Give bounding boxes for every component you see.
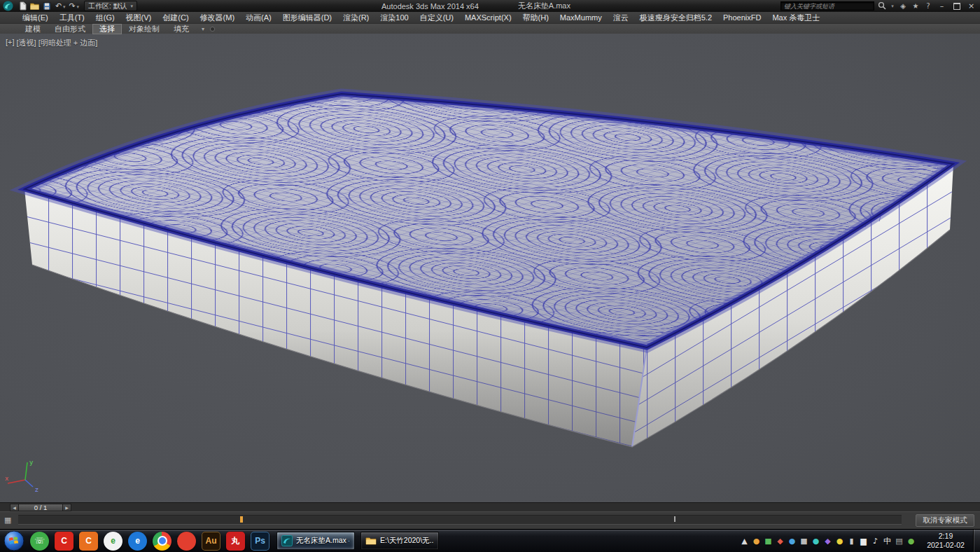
tray-gray-square-icon[interactable]: ■ xyxy=(799,537,808,546)
taskbar-windows: 无名床垫A.max -...E:\天竹2020\无... xyxy=(276,532,439,550)
show-desktop-button[interactable] xyxy=(973,530,980,552)
red-circle-app-icon[interactable] xyxy=(177,532,196,551)
input-method-icon[interactable]: 中 xyxy=(883,536,892,546)
favorites-star-icon[interactable]: ★ xyxy=(911,2,920,10)
workspace-label: 工作区: 默认 xyxy=(88,1,127,11)
menu-item-rendering[interactable]: 渲染(R) xyxy=(337,12,374,23)
menu-item-maxmummy[interactable]: MaxMummy xyxy=(554,12,608,23)
app-title: Autodesk 3ds Max 2014 x64 xyxy=(382,2,479,11)
network-icon[interactable]: ▆ xyxy=(859,537,868,546)
taskbar-window-label: 无名床垫A.max -... xyxy=(296,536,349,546)
taskbar-window-explorer-folder[interactable]: E:\天竹2020\无... xyxy=(360,532,439,550)
world-axis-gizmo: x y z xyxy=(4,457,43,492)
ribbon-tab-list: 建模自由形式选择对象绘制填充 xyxy=(18,24,196,34)
ribbon-tab-object-paint[interactable]: 对象绘制 xyxy=(122,24,167,34)
blue-e-browser-icon[interactable]: e xyxy=(128,532,147,551)
clock-time: 2:19 xyxy=(921,532,970,541)
track-bar[interactable] xyxy=(18,515,902,525)
time-position-marker[interactable] xyxy=(240,516,243,523)
tray-gray-bar-icon[interactable]: ▮ xyxy=(847,537,856,546)
menu-item-graph-editors[interactable]: 图形编辑器(D) xyxy=(277,12,337,23)
infocenter: ▾ ◈ ★ ? – × xyxy=(780,0,980,12)
search-icon[interactable] xyxy=(877,1,887,11)
search-options-chevron-icon[interactable]: ▾ xyxy=(890,4,895,9)
calendar-tray-icon[interactable]: ▤ xyxy=(895,537,904,546)
audition-icon[interactable]: Au xyxy=(202,532,220,551)
menu-item-help[interactable]: 帮助(H) xyxy=(517,12,554,23)
mattress-model[interactable] xyxy=(0,34,980,502)
time-slider[interactable]: ◀ 0 / 1 ▶ xyxy=(0,502,980,511)
ribbon-options-icon[interactable] xyxy=(210,27,215,32)
trackbar-filter-icon[interactable]: ▦ xyxy=(4,516,11,525)
maximize-button[interactable] xyxy=(951,1,962,11)
previous-frame-arrow-icon[interactable]: ◀ xyxy=(10,504,19,511)
viewport-shading-menu[interactable]: [明暗处理 + 边面] xyxy=(38,38,98,48)
frame-end-marker xyxy=(674,516,676,522)
workspace-dropdown[interactable]: 工作区: 默认 ▾ xyxy=(84,1,137,11)
menu-item-modifiers[interactable]: 修改器(M) xyxy=(195,12,241,23)
chevron-down-icon: ▾ xyxy=(131,4,134,9)
ribbon-tab-modeling[interactable]: 建模 xyxy=(18,24,48,34)
window-title: Autodesk 3ds Max 2014 x64 无名床垫A.max xyxy=(210,0,742,12)
close-button[interactable]: × xyxy=(965,1,977,11)
viewport-general-menu[interactable]: [+] xyxy=(6,38,15,48)
menu-item-phoenixfd[interactable]: PhoenixFD xyxy=(718,12,766,23)
minimize-button[interactable]: – xyxy=(936,1,948,11)
red-kanji-app-icon[interactable]: 丸 xyxy=(226,532,245,551)
redo-dropdown-chevron-icon[interactable]: ▾ xyxy=(77,4,80,10)
taskbar-clock[interactable]: 2:19 2021-02-02 xyxy=(921,532,970,550)
next-frame-arrow-icon[interactable]: ▶ xyxy=(62,504,71,511)
hidden-icons-chevron-icon[interactable]: ▲ xyxy=(740,537,749,546)
undo-dropdown-chevron-icon[interactable]: ▾ xyxy=(63,4,66,10)
ribbon-tab-populate[interactable]: 填充 xyxy=(167,24,196,34)
ribbon-tab-selection[interactable]: 选择 xyxy=(92,24,122,34)
viewport-pov-menu[interactable]: [透视] xyxy=(17,38,36,48)
open-file-button[interactable] xyxy=(29,1,41,11)
taskbar-window-label: E:\天竹2020\无... xyxy=(380,536,433,546)
communication-center-icon[interactable]: ◈ xyxy=(898,2,908,10)
menu-item-customize[interactable]: 自定义(U) xyxy=(414,12,459,23)
green-leaf-browser-icon[interactable]: e xyxy=(104,532,122,551)
menu-item-render100[interactable]: 渲染100 xyxy=(374,12,414,23)
volume-icon[interactable]: ♪ xyxy=(871,537,880,546)
save-button[interactable] xyxy=(41,1,52,11)
axis-z-label: z xyxy=(35,486,38,492)
menu-item-edit[interactable]: 编辑(E) xyxy=(17,12,54,23)
menu-item-views[interactable]: 视图(V) xyxy=(120,12,158,23)
menu-item-animation[interactable]: 动画(A) xyxy=(240,12,277,23)
time-slider-handle[interactable]: ◀ 0 / 1 ▶ xyxy=(10,504,71,511)
tray-red-diamond-icon[interactable]: ◆ xyxy=(776,537,785,546)
ribbon-tab-freeform[interactable]: 自由形式 xyxy=(48,24,92,34)
menu-item-tools[interactable]: 工具(T) xyxy=(54,12,90,23)
axis-x-label: x xyxy=(5,475,9,482)
viewport[interactable]: [+] [透视] [明暗处理 + 边面] x y z xyxy=(0,34,980,502)
tray-blue-dot-icon[interactable]: ● xyxy=(788,537,797,546)
ribbon-minimize-chevron-icon[interactable]: ▾ xyxy=(202,26,204,32)
axis-y-label: y xyxy=(29,459,34,466)
tray-green-dot-icon[interactable]: ● xyxy=(906,537,916,546)
menu-item-create[interactable]: 创建(C) xyxy=(157,12,194,23)
max-logo-icon[interactable] xyxy=(3,1,13,11)
tray-purple-diamond-icon[interactable]: ◆ xyxy=(823,537,832,546)
red-c-app-icon[interactable]: C xyxy=(55,532,74,551)
photoshop-icon[interactable]: Ps xyxy=(251,532,270,551)
green-phone-app-icon[interactable]: ☏ xyxy=(30,532,49,551)
menu-item-maxscript[interactable]: MAXScript(X) xyxy=(459,12,517,23)
status-bar: ▦ 取消专家模式 xyxy=(0,511,980,529)
search-input[interactable] xyxy=(780,1,874,11)
help-icon[interactable]: ? xyxy=(923,2,933,10)
tray-green-square-icon[interactable]: ■ xyxy=(764,537,773,546)
tray-orange-dot-icon[interactable]: ● xyxy=(752,537,761,546)
new-file-button[interactable] xyxy=(17,1,29,11)
menu-item-group[interactable]: 组(G) xyxy=(90,12,120,23)
menu-item-slim-archive[interactable]: 极速瘦身安全归档5.2 xyxy=(634,12,718,23)
tray-yellow-dot-icon[interactable]: ● xyxy=(835,537,844,546)
tray-teal-dot-icon[interactable]: ● xyxy=(811,537,820,546)
taskbar-window-max-document[interactable]: 无名床垫A.max -... xyxy=(276,532,355,550)
menu-item-max-antivirus[interactable]: Max 杀毒卫士 xyxy=(766,12,825,23)
menu-item-render-cloud[interactable]: 渲云 xyxy=(608,12,634,23)
start-button[interactable] xyxy=(4,530,24,551)
chrome-icon[interactable] xyxy=(153,532,172,551)
orange-c-app-icon[interactable]: C xyxy=(79,532,98,551)
cancel-expert-mode-button[interactable]: 取消专家模式 xyxy=(916,514,974,527)
